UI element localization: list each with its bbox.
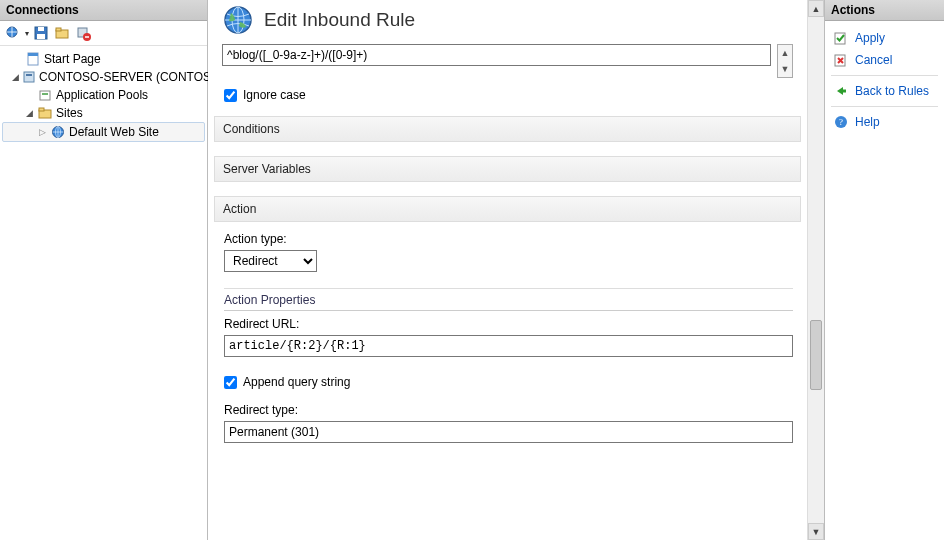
redirect-url-input[interactable] bbox=[224, 335, 793, 357]
scroll-up-icon[interactable]: ▲ bbox=[808, 0, 824, 17]
start-page-icon bbox=[25, 51, 41, 67]
action-type-select[interactable]: Redirect bbox=[224, 250, 317, 272]
scroll-thumb[interactable] bbox=[810, 320, 822, 390]
ignore-case-label: Ignore case bbox=[243, 88, 306, 102]
tree-sites[interactable]: ◢ Sites bbox=[2, 104, 205, 122]
help-action[interactable]: ? Help bbox=[831, 111, 938, 133]
main-scrollbar[interactable]: ▲ ▼ bbox=[807, 0, 824, 540]
back-to-rules-action[interactable]: Back to Rules bbox=[831, 80, 938, 102]
redirect-type-label: Redirect type: bbox=[224, 403, 793, 417]
tree-app-pools[interactable]: Application Pools bbox=[2, 86, 205, 104]
apply-action[interactable]: Apply bbox=[831, 27, 938, 49]
svg-rect-5 bbox=[56, 28, 61, 31]
svg-rect-22 bbox=[842, 90, 846, 93]
tree-label: CONTOSO-SERVER (CONTOS bbox=[39, 70, 211, 84]
action-label: Apply bbox=[855, 31, 885, 45]
cancel-icon bbox=[833, 52, 849, 68]
action-label: Cancel bbox=[855, 53, 892, 67]
sites-folder-icon bbox=[37, 105, 53, 121]
svg-rect-12 bbox=[40, 91, 50, 100]
server-remove-icon[interactable] bbox=[74, 24, 92, 42]
site-globe-icon bbox=[50, 124, 66, 140]
cancel-action[interactable]: Cancel bbox=[831, 49, 938, 71]
pattern-scrollbar[interactable]: ▲ ▼ bbox=[777, 44, 793, 78]
server-icon bbox=[22, 69, 36, 85]
redirect-url-label: Redirect URL: bbox=[224, 317, 793, 331]
connections-header: Connections bbox=[0, 0, 207, 21]
append-query-checkbox[interactable] bbox=[224, 376, 237, 389]
folder-connect-icon[interactable] bbox=[53, 24, 71, 42]
main-panel: Edit Inbound Rule ▲ ▼ Ignore case Condit… bbox=[208, 0, 824, 540]
apply-icon bbox=[833, 30, 849, 46]
svg-rect-13 bbox=[42, 93, 48, 95]
svg-rect-10 bbox=[24, 72, 34, 82]
page-title: Edit Inbound Rule bbox=[264, 9, 415, 31]
back-arrow-icon bbox=[833, 83, 849, 99]
ignore-case-checkbox[interactable] bbox=[224, 89, 237, 102]
svg-rect-9 bbox=[28, 53, 38, 56]
server-variables-section-header[interactable]: Server Variables bbox=[214, 156, 801, 182]
conditions-section-header[interactable]: Conditions bbox=[214, 116, 801, 142]
tree-label: Start Page bbox=[44, 52, 101, 66]
tree-label: Default Web Site bbox=[69, 125, 159, 139]
tree-label: Sites bbox=[56, 106, 83, 120]
redirect-type-select[interactable] bbox=[224, 421, 793, 443]
connections-panel: Connections ▾ Start Page bbox=[0, 0, 208, 540]
help-icon: ? bbox=[833, 114, 849, 130]
action-label: Back to Rules bbox=[855, 84, 929, 98]
divider bbox=[831, 75, 938, 76]
scroll-down-icon[interactable]: ▼ bbox=[808, 523, 824, 540]
connections-tree: Start Page ◢ CONTOSO-SERVER (CONTOS Appl… bbox=[0, 46, 207, 146]
connections-toolbar: ▾ bbox=[0, 21, 207, 46]
action-label: Help bbox=[855, 115, 880, 129]
save-icon[interactable] bbox=[32, 24, 50, 42]
pattern-input[interactable] bbox=[222, 44, 771, 66]
actions-panel: Actions Apply Cancel Back to Rules bbox=[824, 0, 944, 540]
svg-rect-15 bbox=[39, 108, 44, 111]
tree-start-page[interactable]: Start Page bbox=[2, 50, 205, 68]
globe-icon bbox=[222, 4, 254, 36]
globe-dropdown-icon[interactable] bbox=[4, 24, 22, 42]
tree-server[interactable]: ◢ CONTOSO-SERVER (CONTOS bbox=[2, 68, 205, 86]
scroll-down-icon[interactable]: ▼ bbox=[778, 61, 792, 77]
tree-default-site[interactable]: ▷ Default Web Site bbox=[2, 122, 205, 142]
append-query-label: Append query string bbox=[243, 375, 350, 389]
svg-rect-3 bbox=[38, 27, 44, 31]
svg-text:?: ? bbox=[839, 117, 843, 127]
action-section-header[interactable]: Action bbox=[214, 196, 801, 222]
scroll-up-icon[interactable]: ▲ bbox=[778, 45, 792, 61]
svg-rect-2 bbox=[37, 34, 45, 39]
action-type-label: Action type: bbox=[224, 232, 793, 246]
actions-header: Actions bbox=[825, 0, 944, 21]
tree-label: Application Pools bbox=[56, 88, 148, 102]
action-properties-title: Action Properties bbox=[224, 293, 793, 311]
svg-rect-11 bbox=[26, 74, 32, 76]
divider bbox=[831, 106, 938, 107]
app-pools-icon bbox=[37, 87, 53, 103]
